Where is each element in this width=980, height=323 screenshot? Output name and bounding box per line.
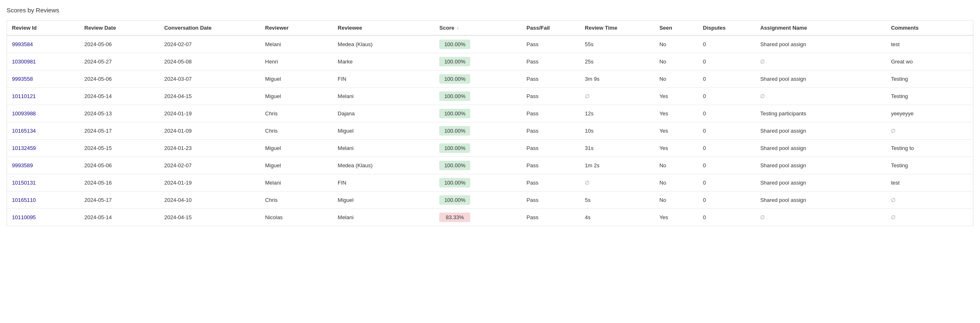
cell-seen: Yes [655, 88, 698, 105]
table-row: 101324592024-05-152024-01-23MiguelMelani… [7, 140, 973, 157]
cell-review-id[interactable]: 10300981 [7, 53, 80, 70]
review-id-link[interactable]: 10150131 [12, 180, 36, 186]
cell-score: 100.00% [434, 157, 521, 174]
cell-comments: yeeyeyye [886, 105, 973, 122]
col-header-review-date: Review Date [80, 21, 160, 36]
cell-review-time: 31s [580, 140, 655, 157]
cell-disputes: 0 [698, 192, 755, 209]
cell-review-id[interactable]: 10110121 [7, 88, 80, 105]
cell-review-id[interactable]: 10110095 [7, 209, 80, 226]
cell-assignment-name: Shared pool assign [755, 157, 886, 174]
cell-review-date: 2024-05-14 [80, 209, 160, 226]
cell-review-id[interactable]: 10165110 [7, 192, 80, 209]
null-value: ∅ [760, 214, 765, 220]
cell-review-time: 25s [580, 53, 655, 70]
cell-conversation-date: 2024-04-15 [159, 209, 260, 226]
score-badge: 100.00% [439, 178, 470, 187]
cell-seen: No [655, 35, 698, 53]
cell-reviewer: Chris [260, 192, 333, 209]
cell-seen: No [655, 53, 698, 70]
cell-reviewee: Miguel [333, 192, 435, 209]
review-id-link[interactable]: 9993584 [12, 41, 33, 47]
cell-review-id[interactable]: 10150131 [7, 174, 80, 192]
cell-review-date: 2024-05-06 [80, 35, 160, 53]
cell-score: 100.00% [434, 174, 521, 192]
cell-pass-fail: Pass [522, 174, 580, 192]
cell-disputes: 0 [698, 105, 755, 122]
cell-assignment-name: ∅ [755, 209, 886, 226]
cell-review-id[interactable]: 10165134 [7, 122, 80, 140]
cell-conversation-date: 2024-01-19 [159, 174, 260, 192]
cell-reviewee: Melani [333, 88, 435, 105]
review-id-link[interactable]: 10300981 [12, 59, 36, 65]
cell-assignment-name: ∅ [755, 53, 886, 70]
cell-review-id[interactable]: 10093988 [7, 105, 80, 122]
cell-pass-fail: Pass [522, 70, 580, 88]
cell-score: 83.33% [434, 209, 521, 226]
cell-reviewee: FIN [333, 70, 435, 88]
score-badge: 100.00% [439, 57, 470, 66]
score-badge: 100.00% [439, 40, 470, 49]
cell-review-id[interactable]: 9993589 [7, 157, 80, 174]
scores-table: Review Id Review Date Conversation Date … [7, 20, 973, 226]
score-badge: 100.00% [439, 143, 470, 153]
cell-disputes: 0 [698, 88, 755, 105]
cell-seen: No [655, 157, 698, 174]
cell-review-date: 2024-05-15 [80, 140, 160, 157]
score-badge: 100.00% [439, 126, 470, 136]
cell-review-date: 2024-05-14 [80, 88, 160, 105]
cell-disputes: 0 [698, 53, 755, 70]
review-id-link[interactable]: 10132459 [12, 145, 36, 151]
review-id-link[interactable]: 10110095 [12, 214, 36, 220]
cell-score: 100.00% [434, 35, 521, 53]
cell-assignment-name: Shared pool assign [755, 192, 886, 209]
table-header-row: Review Id Review Date Conversation Date … [7, 21, 973, 36]
cell-comments: Testing [886, 157, 973, 174]
cell-reviewer: Miguel [260, 140, 333, 157]
cell-review-id[interactable]: 9993558 [7, 70, 80, 88]
cell-reviewee: FIN [333, 174, 435, 192]
col-header-reviewer: Reviewer [260, 21, 333, 36]
col-header-pass-fail: Pass/Fail [522, 21, 580, 36]
score-badge: 100.00% [439, 195, 470, 205]
table-row: 101100952024-05-142024-04-15NicolasMelan… [7, 209, 973, 226]
review-id-link[interactable]: 9993589 [12, 162, 33, 169]
cell-comments: Testing [886, 88, 973, 105]
cell-comments: test [886, 35, 973, 53]
cell-pass-fail: Pass [522, 88, 580, 105]
cell-comments: test [886, 174, 973, 192]
cell-review-id[interactable]: 9993584 [7, 35, 80, 53]
cell-reviewee: Marke [333, 53, 435, 70]
review-id-link[interactable]: 10165134 [12, 128, 36, 134]
table-row: 99935892024-05-062024-02-07MiguelMedea (… [7, 157, 973, 174]
cell-conversation-date: 2024-01-23 [159, 140, 260, 157]
null-value: ∅ [585, 93, 589, 99]
review-id-link[interactable]: 10093988 [12, 110, 36, 117]
cell-score: 100.00% [434, 70, 521, 88]
cell-reviewee: Medea (Klaus) [333, 35, 435, 53]
cell-reviewer: Miguel [260, 70, 333, 88]
review-id-link[interactable]: 10165110 [12, 197, 36, 203]
table-row: 100939882024-05-132024-01-19ChrisDajana1… [7, 105, 973, 122]
review-id-link[interactable]: 10110121 [12, 93, 36, 99]
cell-conversation-date: 2024-02-07 [159, 157, 260, 174]
cell-reviewee: Dajana [333, 105, 435, 122]
cell-review-time: 1m 2s [580, 157, 655, 174]
cell-review-date: 2024-05-06 [80, 70, 160, 88]
cell-reviewer: Miguel [260, 88, 333, 105]
cell-comments: Testing to [886, 140, 973, 157]
col-header-score[interactable]: Score ↓ [434, 21, 521, 36]
cell-disputes: 0 [698, 122, 755, 140]
cell-review-id[interactable]: 10132459 [7, 140, 80, 157]
score-badge: 83.33% [439, 213, 470, 222]
cell-comments: ∅ [886, 122, 973, 140]
null-value: ∅ [585, 180, 589, 186]
cell-score: 100.00% [434, 105, 521, 122]
cell-seen: Yes [655, 122, 698, 140]
cell-pass-fail: Pass [522, 209, 580, 226]
review-id-link[interactable]: 9993558 [12, 76, 33, 82]
cell-score: 100.00% [434, 140, 521, 157]
score-badge: 100.00% [439, 109, 470, 118]
cell-seen: No [655, 174, 698, 192]
cell-assignment-name: Shared pool assign [755, 174, 886, 192]
